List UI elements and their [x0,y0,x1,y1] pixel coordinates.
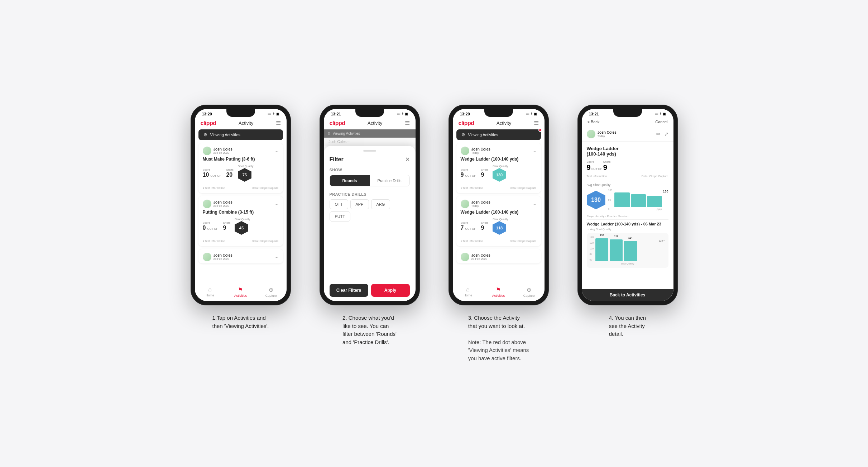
nav-capture-1[interactable]: ⊕ Capture [256,286,286,297]
filter-title: Filter [330,156,344,163]
menu-icon-2[interactable]: ☰ [405,120,410,127]
cancel-button[interactable]: Cancel [655,120,667,124]
activity-card-3-2[interactable]: Josh Coles Today ··· Wedge Ladder (100-1… [456,196,541,246]
logo-3: clippd [459,120,474,127]
status-time-3: 13:20 [460,112,470,116]
user-info-1: Josh Coles 28 Feb 2023 [203,147,232,155]
score-value-2: 0 [203,225,206,231]
activity-card-3-1[interactable]: Josh Coles Today ··· Wedge Ladder (100-1… [456,143,541,193]
user-date-3-2: Today [471,204,490,208]
drill-putt[interactable]: PUTT [330,211,351,221]
red-dot-3 [538,128,542,132]
activity-title-3-1: Wedge Ladder (100-140 yds) [461,157,537,162]
nav-activities-3[interactable]: ⚑ Activities [483,286,514,297]
app-header-2: clippd Activity ☰ [324,118,416,129]
expand-icon[interactable]: ⤢ [664,131,668,137]
avatar-1 [203,147,211,155]
stats-row-3-2: Score 7 OUT OF Shots 9 [461,218,537,235]
section-divider: Player Activity › Practice Session [587,215,668,220]
caption-1: 1.Tap on Activities and then 'Viewing Ac… [212,314,269,330]
nav-home-1[interactable]: ⌂ Home [195,286,225,297]
bar-chart-bars: 124→ 132 129 124 [595,236,665,261]
step-2-column: 13:21 ▪▪▪ ⇡ ▣ clippd Activity ☰ ⚙ Viewin… [312,105,427,346]
header-title-2: Activity [368,120,382,126]
activity-card-3-partial[interactable]: Josh Coles 28 Feb 2023 ··· [198,249,283,263]
status-icons-1: ▪▪▪ ⇡ ▣ [268,112,279,116]
shots-value-2: 9 [223,225,230,231]
card-header-3: Josh Coles 28 Feb 2023 ··· [203,253,279,261]
page-container: 13:20 ▪▪▪ ⇡ ▣ clippd Activity ☰ ⚙ View [183,105,685,362]
more-icon-2[interactable]: ··· [274,201,279,207]
phone-notch-4 [613,109,642,117]
activity-card-3-3-partial[interactable]: Josh Coles 28 Feb 2023 [456,249,541,263]
nav-activities-1[interactable]: ⚑ Activities [225,286,256,297]
phone-notch-2 [355,109,384,117]
phone-4-screen: 13:21 ▪▪▪ ⇡ ▣ < Back Cancel Josh Coles [582,109,673,301]
more-icon-1[interactable]: ··· [274,148,279,154]
show-label: Show [330,168,410,172]
clear-filters-button[interactable]: Clear Filters [330,284,368,297]
drill-arg[interactable]: ARG [371,199,390,209]
nav-capture-3[interactable]: ⊕ Capture [514,286,544,297]
score-val-3-1: 9 [461,172,464,178]
viewing-banner-1[interactable]: ⚙ Viewing Activities [198,129,283,140]
mini-chart-bars [614,189,662,207]
phone-3-frame: 13:20 ▪▪▪ ⇡ ▣ clippd Activity ☰ ⚙ Viewin… [449,105,549,305]
mini-bar-2 [631,194,646,207]
close-button[interactable]: ✕ [405,156,410,163]
user-date-1: 28 Feb 2023 [214,151,232,154]
footer-info-right-1: Data: Clippd Capture [252,186,279,190]
home-icon-1: ⌂ [208,286,212,293]
phone-1-screen: 13:20 ▪▪▪ ⇡ ▣ clippd Activity ☰ ⚙ View [195,109,287,301]
toggle-practice-drills[interactable]: Practice Drills [370,175,409,186]
modal-handle [363,150,376,152]
mini-bar-1 [614,192,629,207]
header-title-3: Activity [497,120,511,126]
drills-label: Practice Drills [330,192,410,196]
shots-val-3-1: 9 [481,172,488,178]
user-date-2: 28 Feb 2023 [214,204,232,208]
scroll-area-1: Josh Coles 28 Feb 2023 ··· Must Make Put… [195,143,287,284]
drill-grid: OTT APP ARG PUTT [330,199,410,221]
back-to-activities-button[interactable]: Back to Activities [582,289,673,301]
drill-app[interactable]: APP [350,199,369,209]
logo-2: clippd [330,120,345,127]
phone-notch [226,109,255,117]
sub-activity-title: Wedge Ladder (100-140 yds) - 06 Mar 23 [587,222,668,226]
home-icon-3: ⌂ [466,286,470,293]
shot-quality-badge-2: 45 [235,221,248,235]
footer-info-left-1: ℹ Test Information [203,186,225,190]
avatar-2 [203,200,211,208]
activity-card-2[interactable]: Josh Coles 28 Feb 2023 ··· Putting Combi… [198,196,283,246]
nav-home-3[interactable]: ⌂ Home [453,286,483,297]
status-time-1: 13:20 [202,112,212,116]
apply-button[interactable]: Apply [371,284,410,297]
edit-icon[interactable]: ✏ [656,131,661,137]
x-axis-label: Shot Quality [590,262,666,265]
caption-3: 3. Choose the Activity that you want to … [468,314,529,362]
activities-icon-3: ⚑ [496,286,501,293]
menu-icon-1[interactable]: ☰ [276,120,281,127]
viewing-banner-3[interactable]: ⚙ Viewing Activities [456,129,541,140]
toggle-rounds[interactable]: Rounds [330,175,370,186]
drill-ott[interactable]: OTT [330,199,348,209]
detail-user-row: Josh Coles Today ✏ ⤢ [582,127,673,142]
menu-icon-3[interactable]: ☰ [534,120,539,127]
phone-2-frame: 13:21 ▪▪▪ ⇡ ▣ clippd Activity ☰ ⚙ Viewin… [320,105,420,305]
card-header-1: Josh Coles 28 Feb 2023 ··· [203,147,279,155]
activity-card-1[interactable]: Josh Coles 28 Feb 2023 ··· Must Make Put… [198,143,283,193]
caption-4: 4. You can then see the Activity detail. [609,314,646,338]
bar-1: 132 [595,238,608,261]
avatar-3 [203,253,211,261]
card-header-3-1: Josh Coles Today ··· [461,147,537,155]
status-time-2: 13:21 [331,112,341,116]
sq-badge-3-2: 118 [493,221,506,235]
card-footer-2: ℹ Test Information Data: Clippd Capture [203,237,279,243]
phone-1-frame: 13:20 ▪▪▪ ⇡ ▣ clippd Activity ☰ ⚙ View [191,105,291,305]
back-button[interactable]: < Back [588,120,600,124]
banner-blurred-2: Viewing Activities [333,132,360,135]
bar-chart-container: 140 120 100 80 60 124→ [587,233,668,268]
detail-header: < Back Cancel [582,118,673,127]
bottom-nav-1: ⌂ Home ⚑ Activities ⊕ Capture [195,284,287,301]
user-date-3: 28 Feb 2023 [214,257,232,261]
